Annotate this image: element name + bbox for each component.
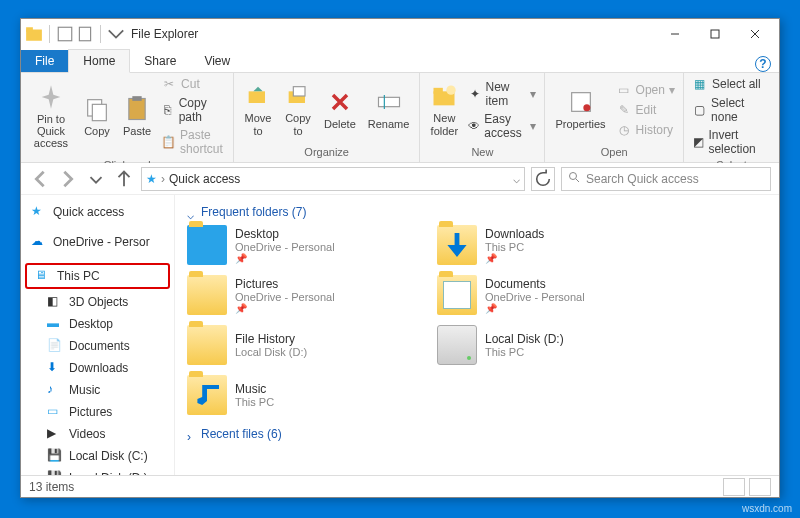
folder-item[interactable]: Local Disk (D:)This PC	[435, 323, 665, 367]
address-field[interactable]: ★ › Quick access ⌵	[141, 167, 525, 191]
nav-downloads[interactable]: ⬇Downloads	[23, 357, 172, 379]
cut-icon: ✂	[161, 76, 177, 92]
nav-documents[interactable]: 📄Documents	[23, 335, 172, 357]
new-folder-icon	[430, 82, 458, 110]
recent-button[interactable]	[85, 168, 107, 190]
svg-point-17	[447, 86, 456, 95]
tab-view[interactable]: View	[190, 50, 244, 72]
close-button[interactable]	[735, 20, 775, 48]
up-button[interactable]	[113, 168, 135, 190]
nav-disk-c[interactable]: 💾Local Disk (C:)	[23, 445, 172, 467]
qat-new-icon[interactable]	[76, 25, 94, 43]
delete-icon	[326, 88, 354, 116]
chevron-right-icon: ›	[187, 430, 195, 438]
open-button[interactable]: ▭Open ▾	[614, 81, 677, 99]
nav-this-pc[interactable]: 🖥This PC	[25, 263, 170, 289]
ribbon-group-open: Properties ▭Open ▾ ✎Edit ◷History Open	[545, 73, 684, 162]
folder-item[interactable]: File HistoryLocal Disk (D:)	[185, 323, 415, 367]
new-folder-button[interactable]: New folder	[426, 80, 462, 138]
pin-to-quick-access-button[interactable]: Pin to Quick access	[27, 81, 75, 151]
ribbon-tabs: File Home Share View ?	[21, 49, 779, 73]
chevron-down-icon: ⌵	[187, 208, 195, 216]
paste-button[interactable]: Paste	[119, 93, 155, 139]
minimize-button[interactable]	[655, 20, 695, 48]
folder-icon	[437, 325, 477, 365]
folder-name: Music	[235, 382, 274, 396]
search-input[interactable]: Search Quick access	[561, 167, 771, 191]
tab-share[interactable]: Share	[130, 50, 190, 72]
copy-to-button[interactable]: Copy to	[280, 80, 316, 138]
chevron-down-icon[interactable]: ⌵	[513, 172, 520, 186]
folder-item[interactable]: PicturesOneDrive - Personal📌	[185, 273, 415, 317]
document-icon: 📄	[47, 338, 63, 354]
folder-name: Local Disk (D:)	[485, 332, 564, 346]
watermark: wsxdn.com	[742, 503, 792, 514]
forward-button[interactable]	[57, 168, 79, 190]
svg-point-19	[583, 105, 590, 112]
select-none-button[interactable]: ▢Select none	[690, 95, 773, 125]
content-pane: ⌵Frequent folders (7) DesktopOneDrive - …	[175, 195, 779, 475]
section-frequent-folders[interactable]: ⌵Frequent folders (7)	[185, 201, 769, 223]
nav-desktop[interactable]: ▬Desktop	[23, 313, 172, 335]
invert-selection-button[interactable]: ◩Invert selection	[690, 127, 773, 157]
nav-pictures[interactable]: ▭Pictures	[23, 401, 172, 423]
qat-dropdown-icon[interactable]	[107, 25, 125, 43]
svg-point-20	[570, 173, 577, 180]
folder-icon	[437, 225, 477, 265]
view-icons-button[interactable]	[749, 478, 771, 496]
folder-item[interactable]: DocumentsOneDrive - Personal📌	[435, 273, 665, 317]
nav-music[interactable]: ♪Music	[23, 379, 172, 401]
tab-home[interactable]: Home	[68, 49, 130, 73]
easy-access-icon: 👁	[468, 118, 480, 134]
copy-button[interactable]: Copy	[79, 93, 115, 139]
qat-properties-icon[interactable]	[56, 25, 74, 43]
easy-access-button[interactable]: 👁Easy access ▾	[466, 111, 538, 141]
nav-onedrive[interactable]: ☁OneDrive - Persor	[23, 231, 172, 253]
cut-button[interactable]: ✂Cut	[159, 75, 227, 93]
edit-button[interactable]: ✎Edit	[614, 101, 677, 119]
ribbon-group-label: Open	[551, 144, 677, 160]
nav-disk-d[interactable]: 💾Local Disk (D:)	[23, 467, 172, 475]
new-item-icon: ✦	[468, 86, 481, 102]
paste-shortcut-button[interactable]: 📋Paste shortcut	[159, 127, 227, 157]
folder-name: Documents	[485, 277, 585, 291]
new-item-button[interactable]: ✦New item ▾	[466, 79, 538, 109]
select-all-button[interactable]: ▦Select all	[690, 75, 773, 93]
move-to-button[interactable]: Move to	[240, 80, 276, 138]
nav-quick-access[interactable]: ★Quick access	[23, 201, 172, 223]
copy-to-icon	[284, 82, 312, 110]
rename-button[interactable]: Rename	[364, 86, 414, 132]
folder-icon	[187, 225, 227, 265]
view-details-button[interactable]	[723, 478, 745, 496]
section-recent-files[interactable]: ›Recent files (6)	[185, 423, 769, 445]
folder-item[interactable]: DownloadsThis PC📌	[435, 223, 665, 267]
copy-icon	[83, 95, 111, 123]
svg-rect-1	[26, 27, 33, 32]
folder-item[interactable]: MusicThis PC	[185, 373, 415, 417]
folder-item[interactable]: DesktopOneDrive - Personal📌	[185, 223, 415, 267]
nav-3d-objects[interactable]: ◧3D Objects	[23, 291, 172, 313]
maximize-button[interactable]	[695, 20, 735, 48]
ribbon-group-label: New	[426, 144, 538, 160]
properties-icon	[567, 88, 595, 116]
nav-videos[interactable]: ▶Videos	[23, 423, 172, 445]
refresh-button[interactable]	[531, 167, 555, 191]
folder-name: Desktop	[235, 227, 335, 241]
properties-button[interactable]: Properties	[551, 86, 609, 132]
window-title: File Explorer	[131, 27, 198, 41]
help-button[interactable]: ?	[755, 56, 771, 72]
back-button[interactable]	[29, 168, 51, 190]
tab-file[interactable]: File	[21, 50, 68, 72]
history-button[interactable]: ◷History	[614, 121, 677, 139]
breadcrumb[interactable]: Quick access	[169, 172, 240, 186]
address-bar: ★ › Quick access ⌵ Search Quick access	[21, 163, 779, 195]
paste-shortcut-icon: 📋	[161, 134, 176, 150]
history-icon: ◷	[616, 122, 632, 138]
pin-icon: 📌	[235, 253, 335, 264]
delete-button[interactable]: Delete	[320, 86, 360, 132]
copy-path-button[interactable]: ⎘Copy path	[159, 95, 227, 125]
select-none-icon: ▢	[692, 102, 707, 118]
folder-location: This PC	[485, 346, 564, 358]
cube-icon: ◧	[47, 294, 63, 310]
folder-name: Pictures	[235, 277, 335, 291]
